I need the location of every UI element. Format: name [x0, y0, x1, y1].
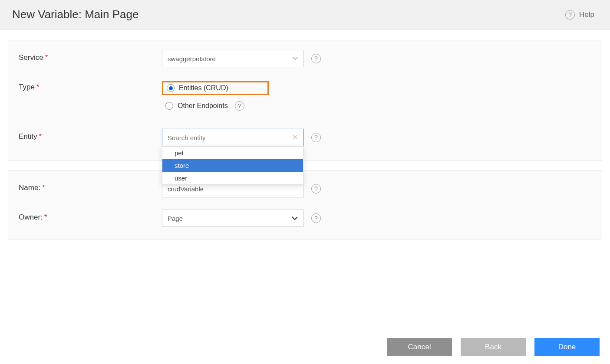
- dialog-header: New Variable: Main Page ? Help: [0, 0, 610, 30]
- chevron-down-icon: [293, 56, 298, 62]
- help-link[interactable]: ? Help: [565, 10, 594, 20]
- entity-option-store[interactable]: store: [162, 159, 303, 172]
- name-value: crudVariable: [168, 185, 204, 193]
- entity-option-user[interactable]: user: [162, 172, 303, 184]
- label-name: Name:*: [19, 180, 162, 192]
- panel-name-owner: Name:* crudVariable ? Owner:* Page: [8, 170, 602, 239]
- help-label: Help: [579, 10, 594, 19]
- entity-search-input[interactable]: [162, 129, 303, 146]
- owner-value: Page: [168, 215, 183, 222]
- type-radio-group: Entities (CRUD) Other Endpoints ?: [162, 79, 269, 117]
- help-icon: ?: [565, 10, 575, 20]
- label-type: Type*: [19, 79, 162, 92]
- tooltip-icon[interactable]: ?: [311, 184, 321, 193]
- clear-icon[interactable]: [293, 134, 298, 141]
- owner-select[interactable]: Page: [162, 210, 303, 227]
- radio-label-other: Other Endpoints: [178, 102, 228, 110]
- radio-icon: [167, 84, 175, 92]
- label-entity: Entity*: [19, 129, 162, 141]
- label-service: Service*: [19, 50, 162, 62]
- tooltip-icon[interactable]: ?: [311, 213, 321, 223]
- entity-dropdown: pet store user: [162, 146, 303, 185]
- back-button[interactable]: Back: [461, 338, 526, 356]
- dialog-footer: Cancel Back Done: [0, 330, 610, 364]
- entity-option-pet[interactable]: pet: [162, 147, 303, 159]
- radio-label-crud: Entities (CRUD): [179, 84, 228, 92]
- tooltip-icon[interactable]: ?: [311, 54, 321, 63]
- cancel-button[interactable]: Cancel: [387, 338, 452, 356]
- service-value: swaggerpetstore: [168, 55, 216, 62]
- dialog-title: New Variable: Main Page: [12, 8, 138, 21]
- done-button[interactable]: Done: [534, 338, 600, 356]
- label-owner: Owner:*: [19, 210, 162, 222]
- dialog-body: Service* swaggerpetstore ? Type*: [0, 30, 610, 253]
- panel-service-type-entity: Service* swaggerpetstore ? Type*: [8, 40, 602, 161]
- radio-entities-crud[interactable]: Entities (CRUD): [162, 81, 269, 95]
- tooltip-icon[interactable]: ?: [311, 133, 321, 142]
- row-owner: Owner:* Page ?: [19, 210, 591, 227]
- row-type: Type* Entities (CRUD) Other Endpoints ?: [19, 79, 591, 117]
- entity-search-field[interactable]: [168, 134, 293, 141]
- radio-other-endpoints[interactable]: Other Endpoints ?: [162, 99, 269, 112]
- tooltip-icon[interactable]: ?: [235, 101, 244, 111]
- row-service: Service* swaggerpetstore ?: [19, 50, 591, 67]
- chevron-down-icon: [292, 216, 298, 222]
- row-name: Name:* crudVariable ?: [19, 180, 591, 197]
- row-entity: Entity* ? pet store user: [19, 129, 591, 146]
- service-select[interactable]: swaggerpetstore: [162, 50, 303, 67]
- radio-icon: [165, 102, 173, 110]
